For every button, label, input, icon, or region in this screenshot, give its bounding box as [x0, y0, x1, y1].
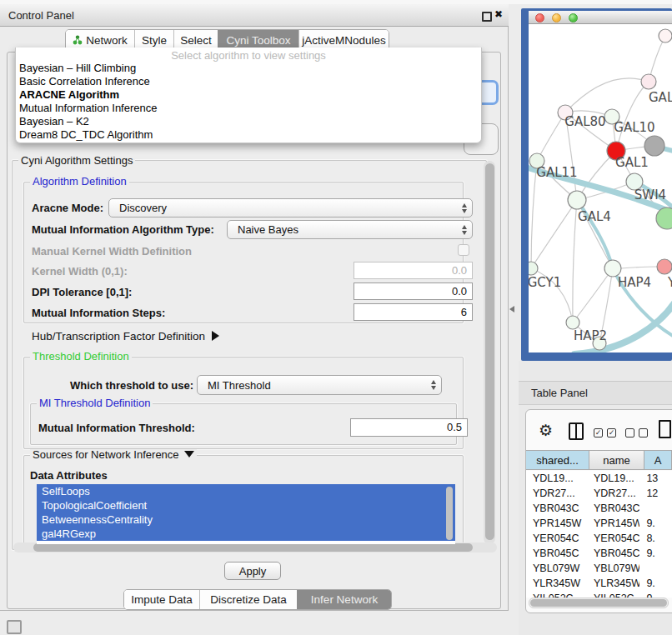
attribute-item[interactable]: gal4RGexp: [37, 527, 455, 541]
table-cell: YLR345W: [526, 576, 587, 591]
table-row[interactable]: YDL19...YDL19...13: [526, 471, 672, 486]
table-cell: 9.: [639, 576, 672, 591]
table-row[interactable]: YBR045CYBR045C9.: [526, 546, 672, 561]
network-node[interactable]: [644, 136, 664, 156]
collapsed-panel-button[interactable]: [7, 620, 22, 634]
minimize-traffic-light-icon[interactable]: [552, 13, 561, 22]
table-cell: YDR27...: [526, 486, 587, 501]
column-header[interactable]: A: [644, 451, 672, 469]
algorithm-option[interactable]: Bayesian – K2: [16, 115, 481, 128]
close-icon[interactable]: ✖: [494, 8, 503, 20]
close-traffic-light-icon[interactable]: [535, 13, 544, 22]
algorithm-placeholder: Select algorithm to view settings: [16, 48, 481, 62]
algorithm-option[interactable]: Mutual Information Inference: [16, 102, 481, 115]
table-row[interactable]: YPR145WYPR145W9.: [526, 516, 672, 531]
table-cell: YER054C: [526, 531, 587, 546]
deselect-all-checkbox-icon[interactable]: [639, 428, 648, 438]
table-row[interactable]: YER054CYER054C8.: [526, 531, 672, 546]
column-header[interactable]: name: [589, 451, 644, 469]
table-hscroll-thumb[interactable]: [530, 599, 667, 607]
tab-label: Infer Network: [311, 593, 378, 606]
table-cell: 8.: [639, 531, 672, 546]
node-label: Y: [667, 275, 672, 290]
data-attributes-list[interactable]: SelfLoopsTopologicalCoefficientBetweenne…: [37, 484, 455, 544]
table-cell: YPR145W: [587, 516, 639, 531]
attribute-item[interactable]: BetweennessCentrality: [37, 512, 455, 527]
split-columns-icon[interactable]: [569, 422, 584, 440]
table-cell: YLR345W: [587, 576, 639, 591]
table-row[interactable]: YLR345WYLR345W9.: [526, 576, 672, 591]
combo-arrows-icon: [426, 380, 441, 390]
tab-discretize-data[interactable]: Discretize Data: [199, 590, 297, 609]
tab-label: jActiveMNodules: [302, 34, 386, 47]
network-node[interactable]: [604, 260, 621, 277]
select-all-checkbox-icon[interactable]: ✓: [594, 428, 603, 438]
tab-label: Select: [180, 34, 212, 47]
screen: Control Panel ✖ NetworkStyleSelectCyni T…: [0, 0, 672, 635]
manual-kernel-label: Manual Kernel Width Definition: [32, 245, 192, 258]
zoom-traffic-light-icon[interactable]: [569, 13, 578, 22]
network-node[interactable]: [659, 29, 672, 42]
network-node[interactable]: [641, 74, 656, 89]
algorithm-dropdown-popup: Select algorithm to view settings Bayesi…: [15, 48, 482, 143]
network-node[interactable]: [657, 259, 672, 274]
algorithm-option[interactable]: Bayesian – Hill Climbing: [16, 62, 481, 75]
manual-kernel-checkbox[interactable]: [458, 244, 469, 256]
network-node[interactable]: [529, 262, 538, 275]
network-window-titlebar[interactable]: [529, 11, 672, 24]
which-threshold-combo[interactable]: MI Threshold: [197, 375, 442, 395]
combo-arrows-icon: [457, 225, 472, 235]
settings-vscroll-thumb[interactable]: [485, 163, 494, 540]
network-node[interactable]: [568, 191, 586, 209]
dpi-tolerance-field[interactable]: 0.0: [354, 282, 473, 300]
table-row[interactable]: YBL079WYBL079W: [526, 561, 672, 576]
control-panel-titlebar: [0, 4, 509, 27]
node-label: GAL: [649, 90, 672, 105]
column-header[interactable]: shared...: [526, 451, 589, 469]
kernel-width-label: Kernel Width (0,1):: [32, 265, 128, 278]
table-row[interactable]: YIL052CYIL052C9: [526, 591, 672, 598]
mi-threshold-group-title: MI Threshold Definition: [37, 398, 153, 408]
panel-collapse-handle-icon[interactable]: [509, 306, 514, 312]
tab-label: Impute Data: [131, 593, 193, 606]
settings-hscroll-thumb[interactable]: [33, 543, 473, 552]
window-title: Control Panel: [8, 9, 74, 22]
tab-impute-data[interactable]: Impute Data: [124, 590, 199, 609]
network-node[interactable]: [656, 208, 672, 229]
attribute-item[interactable]: TopologicalCoefficient: [37, 498, 455, 512]
algorithm-option[interactable]: ARACNE Algorithm: [16, 88, 481, 102]
aracne-mode-combo[interactable]: Discovery: [108, 198, 473, 218]
mi-steps-field[interactable]: 6: [354, 303, 473, 321]
tab-infer-network[interactable]: Infer Network: [297, 590, 391, 609]
algorithm-option[interactable]: Basic Correlation Inference: [16, 75, 481, 88]
float-window-icon[interactable]: [482, 12, 492, 22]
network-tab-icon: [73, 35, 83, 45]
algorithm-option-list: Bayesian – Hill ClimbingBasic Correlatio…: [16, 62, 481, 142]
kernel-width-field[interactable]: 0.0: [354, 262, 473, 279]
network-canvas[interactable]: GALGAL80GAL10GAL1GAL11SWI4GAL4GCY1HAP4YH…: [529, 24, 672, 352]
algorithm-option[interactable]: Dream8 DC_TDC Algorithm: [16, 128, 481, 142]
attributes-list-scrollbar[interactable]: [446, 487, 453, 540]
sources-group-title[interactable]: Sources for Network Inference: [30, 449, 197, 460]
table-cell: YER054C: [587, 531, 639, 546]
table-cell: YBR043C: [587, 501, 639, 516]
select-all-checkbox-icon[interactable]: ✓: [607, 428, 616, 438]
mi-type-combo[interactable]: Naive Bayes: [227, 220, 473, 239]
hub-section-toggle[interactable]: Hub/Transcription Factor Definition: [32, 330, 219, 342]
document-icon[interactable]: [659, 420, 671, 438]
gear-icon[interactable]: ⚙: [539, 421, 553, 440]
attribute-item[interactable]: SelfLoops: [37, 484, 455, 498]
network-node[interactable]: [566, 316, 579, 329]
table-row[interactable]: YDR27...YDR27...12: [526, 486, 672, 501]
deselect-all-checkbox-icon[interactable]: [625, 428, 634, 438]
table-row[interactable]: YBR043CYBR043C: [526, 501, 672, 516]
apply-button[interactable]: Apply: [224, 562, 281, 580]
tab-label: Network: [86, 34, 128, 47]
table-cell: [639, 561, 672, 576]
table-panel-title: Table Panel: [531, 387, 588, 399]
tab-label: Style: [142, 34, 167, 47]
table-cell: YBL079W: [526, 561, 587, 576]
settings-group-title: Cyni Algorithm Settings: [18, 155, 135, 166]
table-cell: 9.: [639, 546, 672, 561]
mi-threshold-field[interactable]: 0.5: [350, 418, 468, 437]
